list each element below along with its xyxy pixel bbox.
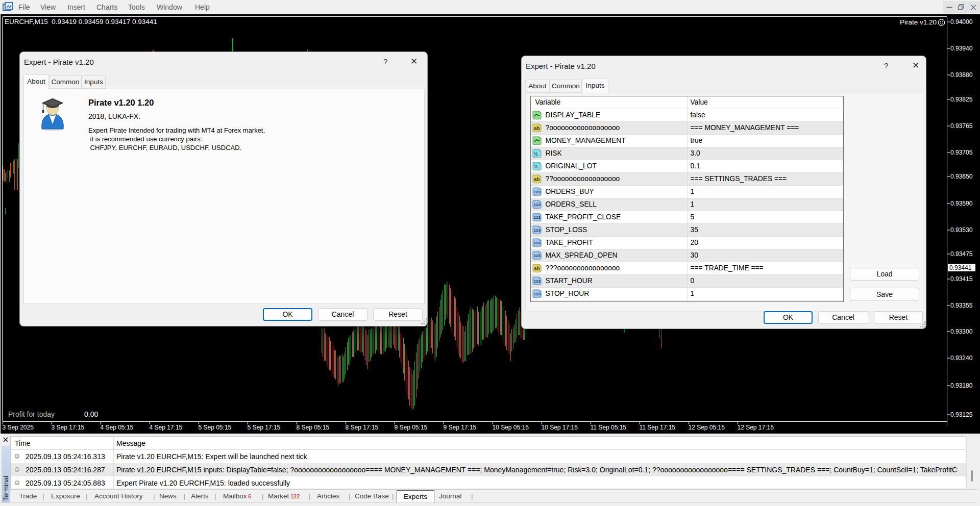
svg-text:0.93590: 0.93590 — [950, 200, 973, 207]
svg-text:0.93475: 0.93475 — [950, 250, 973, 258]
svg-text:9 Sep 17:15: 9 Sep 17:15 — [444, 424, 477, 431]
svg-text:0.93441: 0.93441 — [949, 264, 972, 271]
svg-text:0.93180: 0.93180 — [950, 382, 973, 389]
svg-text:ab: ab — [534, 176, 540, 182]
svg-text:123: 123 — [533, 228, 541, 233]
svg-text:3 Sep 2025: 3 Sep 2025 — [3, 424, 34, 431]
svg-text:ab: ab — [534, 125, 540, 131]
svg-text:12 Sep 17:15: 12 Sep 17:15 — [738, 424, 774, 431]
svg-text:12 Sep 05:15: 12 Sep 05:15 — [689, 424, 725, 431]
svg-text:123: 123 — [533, 292, 541, 296]
svg-text:0.93705: 0.93705 — [950, 149, 973, 156]
svg-text:123: 123 — [533, 254, 541, 258]
svg-text:8 Sep 05:15: 8 Sep 05:15 — [297, 424, 330, 431]
svg-text:0.93125: 0.93125 — [950, 411, 973, 418]
svg-text:0.93825: 0.93825 — [950, 96, 973, 103]
svg-text:0.93530: 0.93530 — [950, 226, 973, 234]
svg-text:0.93940: 0.93940 — [950, 45, 973, 52]
svg-text:3 Sep 17:15: 3 Sep 17:15 — [52, 424, 85, 431]
svg-text:0.93765: 0.93765 — [950, 122, 973, 130]
svg-text:0.94000: 0.94000 — [950, 18, 973, 26]
svg-text:11 Sep 17:15: 11 Sep 17:15 — [640, 424, 676, 431]
svg-text:123: 123 — [533, 215, 541, 220]
svg-text:ab: ab — [534, 266, 540, 271]
svg-text:0.93650: 0.93650 — [950, 173, 973, 180]
svg-text:Profit for today: Profit for today — [8, 410, 55, 418]
svg-text:EURCHF,M15 0.93419 0.93459 0.: EURCHF,M15 0.93419 0.93459 0.93417 0.934… — [5, 18, 157, 26]
svg-text:4 Sep 05:15: 4 Sep 05:15 — [101, 424, 134, 431]
svg-text:11 Sep 05:15: 11 Sep 05:15 — [591, 424, 627, 431]
svg-text:0.93880: 0.93880 — [950, 71, 973, 79]
svg-text:123: 123 — [533, 190, 541, 194]
svg-text:5 Sep 17:15: 5 Sep 17:15 — [248, 424, 281, 431]
svg-text:0.93355: 0.93355 — [950, 302, 973, 309]
svg-text:Pirate v1.20: Pirate v1.20 — [900, 18, 937, 26]
svg-text:10 Sep 05:15: 10 Sep 05:15 — [493, 424, 529, 431]
svg-text:0.00: 0.00 — [84, 410, 98, 418]
svg-text:½: ½ — [533, 151, 537, 157]
svg-text:½: ½ — [533, 164, 537, 169]
svg-text:Terminal: Terminal — [2, 476, 10, 501]
svg-text:123: 123 — [533, 279, 541, 284]
svg-text:0.93240: 0.93240 — [950, 355, 973, 362]
svg-text:8 Sep 17:15: 8 Sep 17:15 — [346, 424, 379, 431]
svg-text:0.93415: 0.93415 — [950, 275, 973, 283]
svg-text:123: 123 — [533, 241, 541, 245]
svg-text:10 Sep 17:15: 10 Sep 17:15 — [542, 424, 578, 431]
svg-text:4 Sep 17:15: 4 Sep 17:15 — [150, 424, 183, 431]
svg-text:9 Sep 05:15: 9 Sep 05:15 — [395, 424, 428, 431]
svg-text:0.93300: 0.93300 — [950, 328, 973, 335]
svg-text:5 Sep 05:15: 5 Sep 05:15 — [199, 424, 232, 431]
svg-text:123: 123 — [533, 203, 541, 207]
